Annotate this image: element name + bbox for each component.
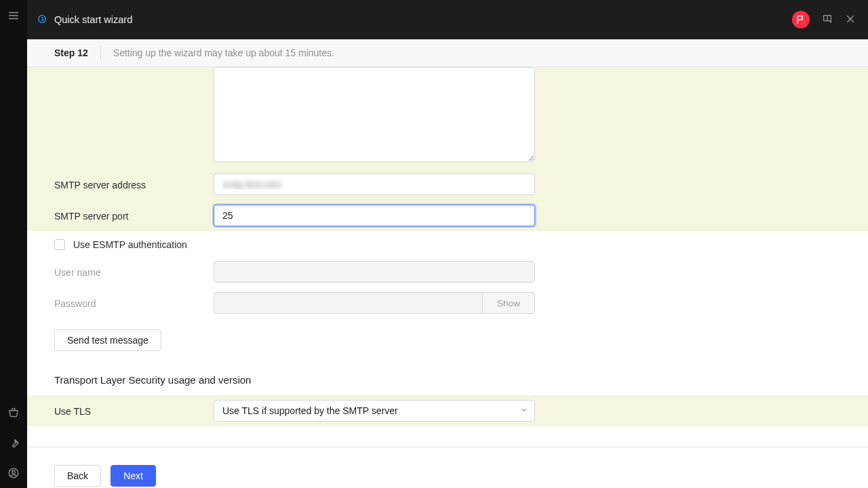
use-tls-label: Use TLS xyxy=(54,400,214,417)
next-button[interactable]: Next xyxy=(111,465,156,487)
close-icon[interactable] xyxy=(845,14,856,26)
app-header: Quick start wizard xyxy=(27,0,868,39)
wizard-icon xyxy=(37,14,47,26)
wrench-icon[interactable] xyxy=(7,436,20,451)
send-test-message-button[interactable]: Send test message xyxy=(54,329,161,351)
smtp-address-label: SMTP server address xyxy=(54,174,214,190)
page-title: Quick start wizard xyxy=(54,14,132,25)
hamburger-icon[interactable] xyxy=(7,9,20,24)
use-tls-select[interactable]: Use TLS if supported by the SMTP server xyxy=(214,400,535,422)
message-body-textarea[interactable] xyxy=(214,67,535,162)
username-label: User name xyxy=(54,261,214,278)
basket-icon[interactable] xyxy=(7,406,20,420)
password-label: Password xyxy=(54,292,214,309)
password-show-button: Show xyxy=(482,292,535,314)
svg-point-4 xyxy=(12,470,16,474)
tls-section-title: Transport Layer Security usage and versi… xyxy=(27,351,868,395)
esmtp-auth-label: Use ESMTP authentication xyxy=(73,239,187,250)
username-input xyxy=(214,261,535,283)
use-tls-value: Use TLS if supported by the SMTP server xyxy=(214,400,535,422)
back-button[interactable]: Back xyxy=(54,465,101,487)
app-sidebar xyxy=(0,0,27,488)
smtp-port-label: SMTP server port xyxy=(54,205,214,222)
step-description: Setting up the wizard may take up about … xyxy=(113,47,334,58)
bookmark-icon[interactable] xyxy=(822,14,833,26)
wizard-footer: Back Next xyxy=(27,447,868,488)
step-number: Step 12 xyxy=(54,47,88,58)
user-circle-icon[interactable] xyxy=(7,467,20,481)
esmtp-auth-checkbox[interactable] xyxy=(54,239,65,250)
wizard-content: SMTP server address SMTP server port Use… xyxy=(27,67,868,488)
flag-button[interactable] xyxy=(792,11,810,28)
smtp-address-input[interactable] xyxy=(214,174,535,195)
svg-point-5 xyxy=(39,15,46,22)
password-input xyxy=(214,292,482,314)
smtp-port-input[interactable] xyxy=(214,205,535,226)
step-bar: Step 12 Setting up the wizard may take u… xyxy=(27,39,868,67)
